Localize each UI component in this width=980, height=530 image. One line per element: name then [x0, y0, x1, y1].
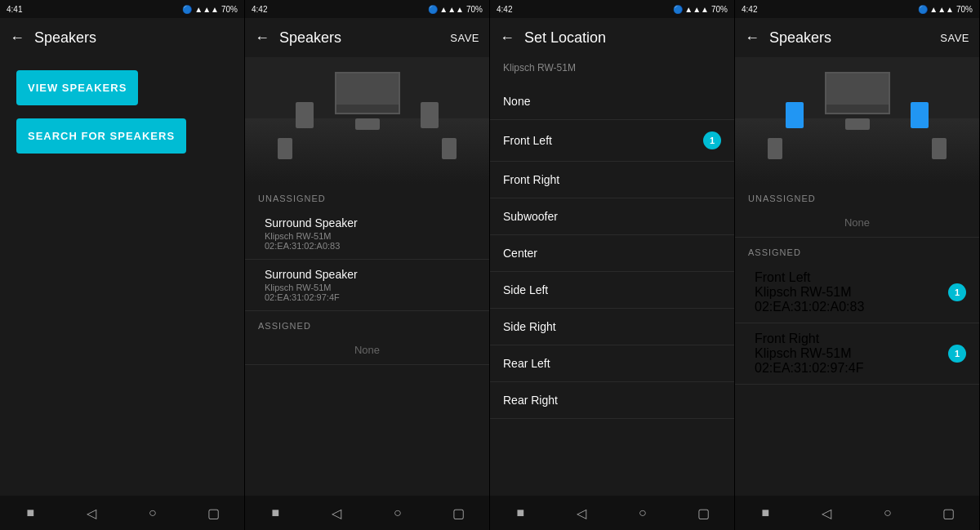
nav-triangle-1[interactable]: ◁	[75, 506, 108, 521]
status-bar-4: 4:42 🔵 ▲▲▲ 70%	[735, 0, 979, 18]
back-button-2[interactable]: ←	[255, 29, 270, 47]
badge-front-left: 1	[703, 131, 721, 149]
tv-4	[825, 72, 890, 114]
assigned-item-4-1[interactable]: Front Right Klipsch RW-51M 02:EA:31:02:9…	[735, 323, 979, 385]
location-rear-right[interactable]: Rear Right	[490, 382, 734, 419]
save-button-4[interactable]: SAVE	[940, 32, 969, 44]
spk-rear-right-2	[442, 138, 457, 159]
page-title-4: Speakers	[769, 29, 940, 47]
unassigned-label-2: UNASSIGNED	[245, 184, 489, 208]
panel-speakers-main: 4:41 🔵 ▲▲▲ 70% ← Speakers VIEW SPEAKERS …	[0, 0, 245, 530]
search-speakers-button[interactable]: SEARCH FOR SPEAKERS	[16, 118, 186, 154]
spk-front-right-4	[911, 102, 929, 128]
location-rear-left[interactable]: Rear Left	[490, 345, 734, 382]
nav-rect-3[interactable]: ▢	[688, 506, 720, 521]
nav-bar-3: ■ ◁ ○ ▢	[490, 496, 734, 530]
badge-assigned-1: 1	[948, 345, 966, 363]
panel2-content: UNASSIGNED Surround Speaker Klipsch RW-5…	[245, 184, 489, 496]
speaker-illustration-4	[735, 57, 979, 184]
spk-center-2	[355, 118, 380, 130]
nav-square-3[interactable]: ■	[504, 506, 537, 520]
panel1-content: VIEW SPEAKERS SEARCH FOR SPEAKERS	[0, 57, 244, 496]
nav-rect-1[interactable]: ▢	[198, 506, 230, 521]
save-button-2[interactable]: SAVE	[450, 32, 479, 44]
spk-front-left-4	[786, 102, 804, 128]
nav-square-4[interactable]: ■	[749, 506, 782, 520]
speaker-item-2-1[interactable]: Surround Speaker Klipsch RW-51M 02:EA:31…	[245, 260, 489, 311]
location-front-left[interactable]: Front Left 1	[490, 120, 734, 162]
panel-speakers-2: 4:42 🔵 ▲▲▲ 70% ← Speakers SAVE	[245, 0, 490, 530]
spk-rear-left-4	[768, 138, 782, 159]
panel-set-location: 4:42 🔵 ▲▲▲ 70% ← Set Location Klipsch RW…	[490, 0, 735, 530]
assigned-label-2: ASSIGNED	[245, 311, 489, 336]
back-button-4[interactable]: ←	[745, 29, 760, 47]
status-bar-3: 4:42 🔵 ▲▲▲ 70%	[490, 0, 734, 18]
top-bar-1: ← Speakers	[0, 18, 244, 57]
nav-circle-2[interactable]: ○	[381, 506, 414, 520]
location-front-right[interactable]: Front Right	[490, 162, 734, 198]
panel3-content: None Front Left 1 Front Right Subwoofer …	[490, 83, 734, 496]
spk-rear-right-4	[932, 138, 947, 159]
status-time-1: 4:41	[7, 5, 22, 14]
nav-circle-1[interactable]: ○	[136, 506, 169, 520]
status-bar-1: 4:41 🔵 ▲▲▲ 70%	[0, 0, 244, 18]
nav-triangle-4[interactable]: ◁	[810, 506, 843, 521]
speaker-illustration-2	[245, 57, 489, 184]
location-none[interactable]: None	[490, 83, 734, 120]
nav-circle-4[interactable]: ○	[871, 506, 904, 520]
tv-screen-2	[336, 73, 399, 105]
unassigned-label-4: UNASSIGNED	[735, 184, 979, 208]
device-sub-3: Klipsch RW-51M	[490, 57, 734, 83]
page-title-1: Speakers	[34, 29, 234, 47]
spk-front-left-2	[296, 102, 314, 128]
nav-triangle-2[interactable]: ◁	[320, 506, 353, 521]
nav-rect-4[interactable]: ▢	[933, 506, 965, 521]
view-speakers-button[interactable]: VIEW SPEAKERS	[16, 70, 138, 105]
tv-2	[335, 72, 400, 114]
page-title-3: Set Location	[524, 29, 724, 47]
nav-bar-4: ■ ◁ ○ ▢	[735, 496, 979, 530]
top-bar-2: ← Speakers SAVE	[245, 18, 489, 57]
assigned-item-4-0[interactable]: Front Left Klipsch RW-51M 02:EA:31:02:A0…	[735, 262, 979, 323]
page-title-2: Speakers	[279, 29, 450, 47]
spk-front-right-2	[421, 102, 439, 128]
nav-square-1[interactable]: ■	[14, 506, 47, 520]
top-bar-3: ← Set Location	[490, 18, 734, 57]
spk-rear-left-2	[278, 138, 292, 159]
panel4-content: UNASSIGNED None ASSIGNED Front Left Klip…	[735, 184, 979, 496]
unassigned-none-4: None	[735, 208, 979, 238]
panel-speakers-4: 4:42 🔵 ▲▲▲ 70% ← Speakers SAVE	[735, 0, 980, 530]
nav-bar-1: ■ ◁ ○ ▢	[0, 496, 244, 530]
top-bar-4: ← Speakers SAVE	[735, 18, 979, 57]
badge-assigned-0: 1	[948, 283, 966, 301]
location-center[interactable]: Center	[490, 235, 734, 272]
nav-square-2[interactable]: ■	[259, 506, 292, 520]
speaker-item-2-0[interactable]: Surround Speaker Klipsch RW-51M 02:EA:31…	[245, 208, 489, 260]
nav-rect-2[interactable]: ▢	[443, 506, 475, 521]
status-bar-2: 4:42 🔵 ▲▲▲ 70%	[245, 0, 489, 18]
back-button-1[interactable]: ←	[10, 29, 24, 47]
back-button-3[interactable]: ←	[500, 29, 514, 47]
assigned-none-2: None	[245, 336, 489, 365]
location-side-right[interactable]: Side Right	[490, 309, 734, 345]
tv-screen-4	[826, 73, 889, 105]
nav-triangle-3[interactable]: ◁	[565, 506, 598, 521]
nav-circle-3[interactable]: ○	[626, 506, 659, 520]
nav-bar-2: ■ ◁ ○ ▢	[245, 496, 489, 530]
location-side-left[interactable]: Side Left	[490, 272, 734, 309]
assigned-label-4: ASSIGNED	[735, 238, 979, 262]
spk-center-4	[845, 118, 870, 130]
location-subwoofer[interactable]: Subwoofer	[490, 198, 734, 235]
